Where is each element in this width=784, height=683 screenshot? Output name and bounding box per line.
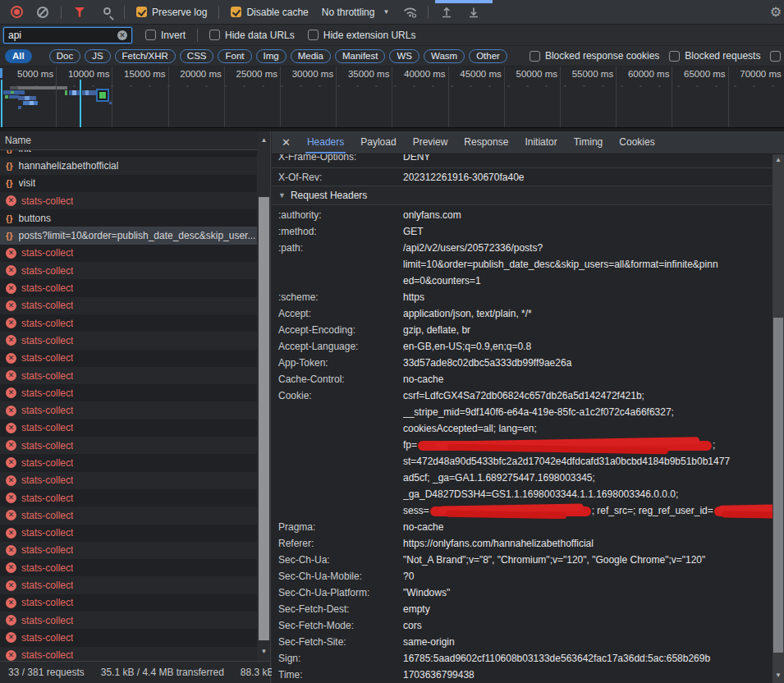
header-value-line: GET [403,223,773,240]
scroll-down-icon[interactable]: ▼ [257,648,271,655]
filter-toggle-button[interactable] [71,3,89,21]
tab-timing[interactable]: Timing [566,131,612,154]
top-blue-strip [435,0,493,3]
throttling-select[interactable]: No throttling [322,7,375,18]
tab-preview[interactable]: Preview [405,131,456,154]
import-har-button[interactable] [438,3,456,21]
scrollbar-thumb[interactable] [259,197,269,640]
request-name: stats-collect [21,195,73,207]
request-row[interactable]: ✕stats-collect [0,472,257,489]
network-conditions-button[interactable] [401,3,419,21]
filter-pill-all[interactable]: All [5,49,32,63]
tab-initiator[interactable]: Initiator [516,131,565,154]
filter-pill-ws[interactable]: WS [389,49,420,63]
request-row[interactable]: ✕stats-collect [0,507,257,524]
request-row[interactable]: ✕stats-collect [0,437,257,454]
request-row[interactable]: ✕stats-collect [0,419,257,437]
request-row[interactable]: ✕stats-collect [0,542,257,559]
request-row[interactable]: ✕stats-collect [0,454,257,471]
request-header-row: Accept-Encoding:gzip, deflate, br [272,322,773,338]
preserve-log-checkbox[interactable]: Preserve log [136,7,207,18]
request-row[interactable]: ✕stats-collect [0,489,257,507]
filter-pill-font[interactable]: Font [218,49,251,63]
hide-data-urls-checkbox[interactable]: Hide data URLs [209,30,295,41]
request-row[interactable]: ✕stats-collect [0,332,257,349]
filter-pill-doc[interactable]: Doc [49,49,80,63]
error-icon: ✕ [6,615,16,626]
filter-pill-other[interactable]: Other [469,49,507,63]
disable-cache-checkbox[interactable]: Disable cache [231,7,308,18]
request-row[interactable]: ✕stats-collect [0,350,257,367]
filter-pill-media[interactable]: Media [291,49,331,63]
request-row[interactable]: {}visit [0,175,257,192]
request-row[interactable]: ✕stats-collect [0,314,257,332]
tab-cookies[interactable]: Cookies [611,131,663,154]
request-row[interactable]: ✕stats-collect [0,279,257,296]
request-row[interactable]: ✕stats-collect [0,384,257,401]
name-column-header[interactable]: Name [0,131,271,150]
invert-checkbox[interactable]: Invert [145,30,186,41]
hide-extension-urls-checkbox[interactable]: Hide extension URLs [308,30,416,41]
request-row[interactable]: ✕stats-collect [0,525,257,542]
header-value-line: limit=10&order=publish_date_desc&skip_us… [403,256,773,273]
request-list-scrollbar[interactable]: ▲ ▼ [257,131,271,661]
redaction-scribble [714,507,773,516]
filter-input[interactable]: api ✕ [3,27,132,44]
chevron-down-icon[interactable]: ▼ [383,8,389,16]
filter-pill-img[interactable]: Img [256,49,287,63]
search-button[interactable] [97,3,115,21]
waterfall-bar [30,101,34,105]
filter-pill-manifest[interactable]: Manifest [335,49,385,63]
record-button[interactable] [7,3,25,21]
request-row[interactable]: ✕stats-collect [0,559,257,576]
request-row[interactable]: ✕stats-collect [0,367,257,384]
request-header-row: Sec-Ch-Ua-Platform:"Windows" [272,584,773,601]
request-row[interactable]: ✕stats-collect [0,612,257,629]
disclosure-triangle-icon[interactable]: ▼ [278,191,286,199]
clear-filter-icon[interactable]: ✕ [117,30,127,40]
tab-response[interactable]: Response [456,131,516,154]
tab-headers[interactable]: Headers [299,131,352,154]
request-header-row: Cache-Control:no-cache [272,371,773,387]
request-row[interactable]: {}buttons [0,209,257,227]
blocked-response-cookies-checkbox[interactable]: Blocked response cookies [530,50,659,62]
tab-payload[interactable]: Payload [352,131,404,154]
request-row[interactable]: ✕stats-collect [0,297,257,314]
request-row[interactable]: ✕stats-collect [0,647,257,661]
header-value-line: /api2/v2/users/20572336/posts? [403,240,773,256]
request-row[interactable]: ✕stats-collect [0,629,257,646]
request-row[interactable]: ✕stats-collect [0,245,257,262]
timeline-overview[interactable]: 5000 ms10000 ms15000 ms20000 ms25000 ms3… [0,66,784,127]
request-row[interactable]: ✕stats-collect [0,401,257,419]
request-headers-section-header[interactable]: ▼ Request Headers [272,186,773,205]
scroll-up-icon[interactable]: ▲ [773,156,784,163]
scroll-up-icon[interactable]: ▲ [257,136,271,144]
type-filter-row: AllDocJSFetch/XHRCSSFontImgMediaManifest… [0,46,784,66]
settings-button[interactable]: ⚙ [759,3,777,21]
blocked-requests-checkbox[interactable]: Blocked requests [669,50,760,62]
request-row[interactable]: {}init [0,150,257,157]
response-header-row-partial: X-Frame-Options: DENY [272,154,773,168]
request-row[interactable]: {}posts?limit=10&order=publish_date_desc… [0,227,257,244]
error-icon: ✕ [6,423,16,433]
request-row[interactable]: ✕stats-collect [0,576,257,594]
request-name: stats-collect [21,457,73,469]
request-row[interactable]: {}hannahelizabethofficial [0,157,257,174]
3rd-party-requests-checkbox[interactable]: 3rd-party requests [770,50,784,62]
header-value-line: fp=; [403,437,773,453]
scrollbar-thumb[interactable] [773,318,783,653]
export-har-button[interactable] [465,3,483,21]
request-row[interactable]: ✕stats-collect [0,192,257,209]
clear-button[interactable] [34,3,52,21]
filter-pill-fetch-xhr[interactable]: Fetch/XHR [115,49,176,63]
filter-pill-wasm[interactable]: Wasm [424,49,465,63]
headers-content[interactable]: X-Frame-Options: DENY X-Of-Rev: 20231226… [272,154,773,683]
request-row[interactable]: ✕stats-collect [0,594,257,612]
detail-scrollbar[interactable]: ▲ ▼ [773,154,784,683]
filter-pill-css[interactable]: CSS [180,49,214,63]
request-row[interactable]: ✕stats-collect [0,262,257,279]
scroll-down-icon[interactable]: ▼ [773,672,784,679]
filter-pill-js[interactable]: JS [85,49,110,63]
timeline-label: 45000 ms [449,69,502,79]
close-icon[interactable]: ✕ [272,136,299,149]
